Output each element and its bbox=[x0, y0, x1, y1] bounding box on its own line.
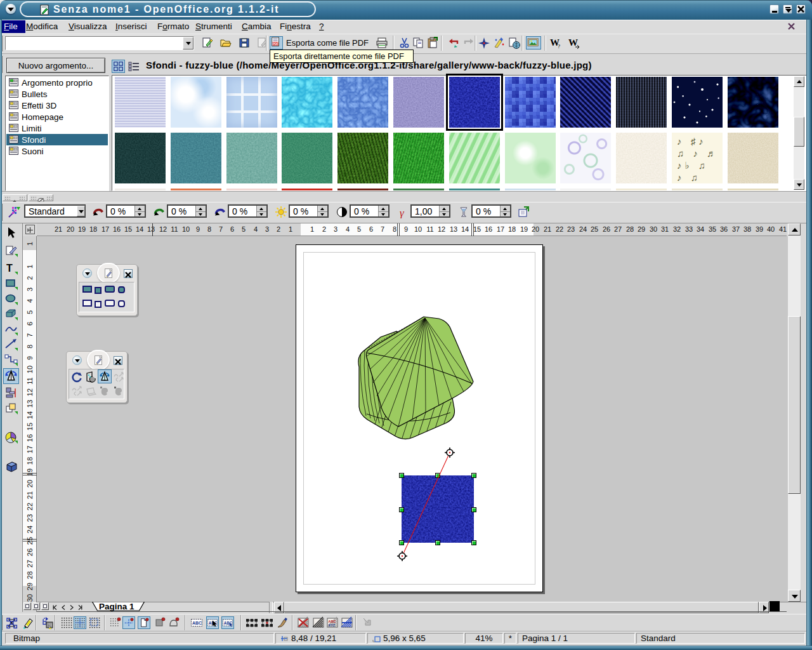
svg-text:γ: γ bbox=[400, 207, 405, 218]
svg-text:T: T bbox=[6, 263, 13, 274]
svg-text:?: ? bbox=[558, 43, 560, 50]
svg-text:W: W bbox=[568, 37, 578, 48]
svg-text:XYZ: XYZ bbox=[329, 623, 336, 627]
svg-text:PDF: PDF bbox=[273, 43, 278, 46]
svg-text:ABC: ABC bbox=[192, 621, 202, 625]
